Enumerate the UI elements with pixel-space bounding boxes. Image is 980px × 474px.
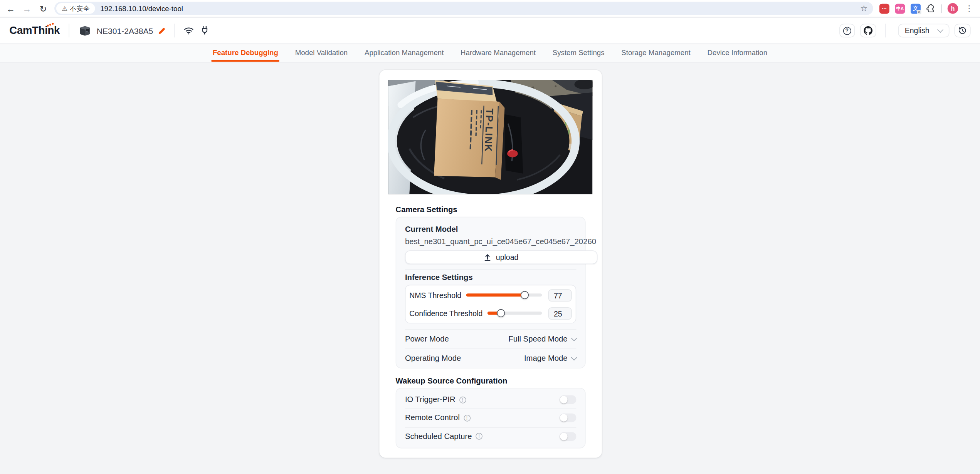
nms-threshold-slider[interactable] xyxy=(466,294,542,296)
power-mode-row: Power Mode Full Speed Mode xyxy=(405,330,576,348)
photo-box-brand-text: TP-LINK xyxy=(483,108,495,152)
app-logo: CamThink xyxy=(9,24,60,37)
io-trigger-pir-label: IO Trigger-PIR xyxy=(405,395,456,404)
history-icon xyxy=(958,26,967,35)
scheduled-capture-row: Scheduled Capture ! xyxy=(405,427,576,446)
device-name: NE301-2A38A5 xyxy=(97,26,153,35)
tab-device-information[interactable]: Device Information xyxy=(706,49,768,63)
header-divider xyxy=(69,24,69,38)
tab-storage-management[interactable]: Storage Management xyxy=(620,49,692,63)
tab-feature-debugging[interactable]: Feature Debugging xyxy=(212,49,279,63)
confidence-threshold-slider[interactable] xyxy=(487,312,542,315)
tab-system-settings[interactable]: System Settings xyxy=(551,49,606,63)
password-extension-icon[interactable]: ••• xyxy=(879,3,889,13)
inference-sliders-card: NMS Threshold 77 Confidence Threshold 25 xyxy=(405,285,576,324)
nms-threshold-row: NMS Threshold 77 xyxy=(409,288,572,301)
profile-avatar[interactable]: h xyxy=(948,3,958,14)
wakeup-card: IO Trigger-PIR ! Remote Control ! Schedu… xyxy=(396,388,586,448)
tab-label: Hardware Management xyxy=(461,49,536,56)
io-trigger-pir-row: IO Trigger-PIR ! xyxy=(405,391,576,409)
remote-control-row: Remote Control ! xyxy=(405,409,576,427)
app-logo-text: CamThink xyxy=(9,24,60,36)
header-divider xyxy=(174,24,175,38)
slider-fill xyxy=(466,294,524,296)
remote-control-toggle[interactable] xyxy=(560,414,577,422)
inference-settings-title: Inference Settings xyxy=(405,272,576,282)
bookmark-star-icon[interactable]: ☆ xyxy=(860,4,867,13)
current-model-value: best_ne301_quant_pc_ui_ce045e67_ce045e67… xyxy=(405,237,596,247)
nms-threshold-label: NMS Threshold xyxy=(409,291,461,300)
screen: ← → ↻ ⚠ 不安全 192.168.10.10/device-tool ☆ … xyxy=(0,0,980,474)
toggle-knob xyxy=(560,414,567,422)
camera-settings-title: Camera Settings xyxy=(396,206,457,214)
tab-hardware-management[interactable]: Hardware Management xyxy=(459,49,537,63)
github-icon xyxy=(864,26,872,35)
extensions-row: ••• 中A 文 A h ⋮ xyxy=(879,3,975,14)
tab-label: Application Management xyxy=(365,49,444,56)
operating-mode-value: Image Mode xyxy=(524,354,568,363)
github-button[interactable] xyxy=(860,24,876,38)
power-mode-label: Power Mode xyxy=(405,335,449,343)
info-icon[interactable]: ! xyxy=(464,415,471,422)
slider-thumb[interactable] xyxy=(520,291,528,299)
info-icon[interactable]: ! xyxy=(476,433,482,440)
tab-application-management[interactable]: Application Management xyxy=(363,49,445,63)
edit-device-name-icon[interactable] xyxy=(158,27,166,35)
scheduled-capture-label: Scheduled Capture xyxy=(405,432,472,441)
chevron-down-icon xyxy=(571,354,577,360)
main-nav-tabs: Feature Debugging Model Validation Appli… xyxy=(0,44,980,63)
scheduled-capture-toggle[interactable] xyxy=(560,432,577,441)
tab-label: System Settings xyxy=(553,49,605,56)
chevron-down-icon xyxy=(571,335,577,341)
google-translate-icon[interactable]: 文 A xyxy=(911,3,921,13)
browser-toolbar: ← → ↻ ⚠ 不安全 192.168.10.10/device-tool ☆ … xyxy=(0,0,980,17)
gtranslate-sub: A xyxy=(917,10,921,14)
operating-mode-select[interactable]: Image Mode xyxy=(524,354,576,363)
info-icon[interactable]: ! xyxy=(459,396,466,403)
power-status-icon xyxy=(200,25,208,35)
tab-label: Device Information xyxy=(708,49,767,56)
upload-button-label: upload xyxy=(496,253,518,262)
browser-menu-icon[interactable]: ⋮ xyxy=(964,4,975,13)
security-chip-label: 不安全 xyxy=(70,4,90,13)
chevron-down-icon xyxy=(937,27,943,33)
operating-mode-label: Operating Mode xyxy=(405,354,461,363)
nms-threshold-value[interactable]: 77 xyxy=(548,289,572,301)
forward-icon[interactable]: → xyxy=(22,4,32,13)
tab-label: Feature Debugging xyxy=(213,49,278,56)
toggle-knob xyxy=(560,396,567,403)
confidence-threshold-value[interactable]: 25 xyxy=(548,307,572,319)
address-bar[interactable]: ⚠ 不安全 192.168.10.10/device-tool ☆ xyxy=(54,2,873,15)
tab-label: Model Validation xyxy=(295,49,348,56)
puzzle-extensions-icon[interactable] xyxy=(926,4,936,13)
help-button[interactable]: ? xyxy=(839,24,855,38)
history-button[interactable] xyxy=(955,24,971,38)
reload-icon[interactable]: ↻ xyxy=(38,4,48,13)
url-text[interactable]: 192.168.10.10/device-tool xyxy=(100,5,855,12)
warning-icon: ⚠ xyxy=(62,5,68,12)
upload-model-button[interactable]: upload xyxy=(405,250,598,264)
header-divider xyxy=(885,24,886,38)
confidence-threshold-row: Confidence Threshold 25 xyxy=(409,307,572,320)
language-value: English xyxy=(905,26,930,35)
remote-control-label: Remote Control xyxy=(405,414,460,422)
operating-mode-row: Operating Mode Image Mode xyxy=(405,349,576,368)
power-mode-select[interactable]: Full Speed Mode xyxy=(508,335,576,343)
tab-model-validation[interactable]: Model Validation xyxy=(294,49,349,63)
app-header: CamThink NE301-2A38A5 xyxy=(0,18,980,44)
wifi-status-icon xyxy=(184,26,194,35)
translate-extension-icon[interactable]: 中A xyxy=(895,3,905,13)
security-chip[interactable]: ⚠ 不安全 xyxy=(56,3,95,14)
help-icon: ? xyxy=(843,27,851,35)
language-selector[interactable]: English xyxy=(898,24,950,38)
current-model-label: Current Model xyxy=(405,224,576,234)
back-icon[interactable]: ← xyxy=(6,4,16,13)
tab-label: Storage Management xyxy=(621,49,690,56)
wakeup-title: Wakeup Source Configuration xyxy=(396,377,508,385)
io-trigger-pir-toggle[interactable] xyxy=(560,395,577,404)
camera-settings-card: Current Model best_ne301_quant_pc_ui_ce0… xyxy=(396,217,586,368)
slider-thumb[interactable] xyxy=(497,309,505,317)
divider xyxy=(405,269,576,270)
logo-dots-decoration xyxy=(49,24,51,25)
device-thumbnail xyxy=(78,24,92,38)
